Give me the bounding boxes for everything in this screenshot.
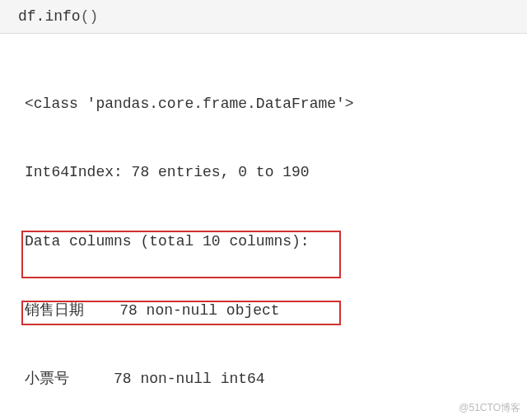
code-input-cell: df.info() [0, 0, 527, 34]
output-index-line: Int64Index: 78 entries, 0 to 190 [25, 161, 502, 184]
output-class-line: <class 'pandas.core.frame.DataFrame'> [25, 93, 502, 116]
output-row: 销售日期 78 non-null object [25, 300, 502, 323]
watermark: @51CTO博客 [459, 401, 520, 415]
code-parens: () [81, 8, 99, 25]
output-row: 小票号 78 non-null int64 [25, 368, 502, 391]
output-columns-header: Data columns (total 10 columns): [25, 231, 502, 254]
code-function: df.info [18, 8, 81, 25]
output-block: <class 'pandas.core.frame.DataFrame'> In… [0, 34, 527, 420]
